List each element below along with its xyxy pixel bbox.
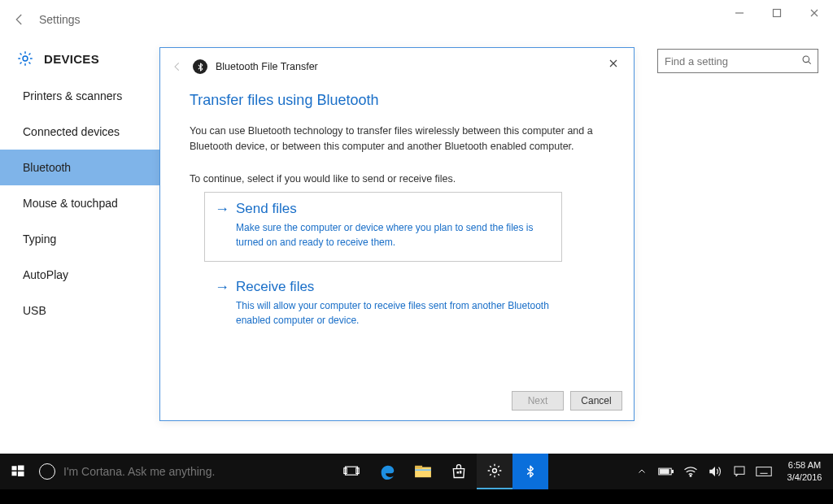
svg-rect-16 [460,471,462,473]
sidebar-item-label: AutoPlay [23,268,68,281]
dialog-continue-text: To continue, select if you would like to… [190,172,604,187]
maximize-button[interactable] [758,0,796,26]
edge-button[interactable] [369,454,405,489]
sidebar-item-label: Bluetooth [23,161,71,174]
bluetooth-file-transfer-dialog: Bluetooth File Transfer Transfer files u… [159,47,635,421]
keyboard-icon[interactable] [752,454,776,489]
dialog-back-button[interactable] [170,59,185,74]
arrow-right-icon: → [215,280,229,294]
start-button[interactable] [0,454,36,489]
cortana-input[interactable] [63,465,291,478]
svg-rect-12 [415,467,431,478]
taskbar: 6:58 AM 3/4/2016 [0,454,833,489]
battery-icon[interactable] [654,454,678,489]
clock-date: 3/4/2016 [781,471,828,484]
back-button[interactable] [8,8,31,31]
dialog-close-button[interactable] [601,53,626,74]
sidebar-item-bluetooth[interactable]: Bluetooth [0,150,161,185]
option-receive-files[interactable]: → Receive files This will allow your com… [204,270,562,340]
option-desc: This will allow your computer to receive… [236,298,552,328]
sidebar-item-label: Typing [23,232,56,245]
svg-rect-1 [774,10,781,17]
sidebar-item-label: Printers & scanners [23,89,122,102]
option-title: Send files [236,201,297,217]
svg-rect-15 [457,471,460,474]
svg-rect-23 [757,467,771,476]
file-explorer-button[interactable] [405,454,441,489]
svg-rect-7 [12,471,17,476]
minimize-button[interactable] [721,0,758,26]
cortana-icon [39,463,55,480]
svg-point-21 [690,475,691,476]
svg-rect-19 [672,470,674,472]
svg-point-3 [803,56,809,63]
sidebar-item-label: Mouse & touchpad [23,197,118,210]
settings-taskbar-button[interactable] [477,454,512,489]
arrow-right-icon: → [215,202,229,216]
svg-rect-6 [18,466,24,471]
cortana-search[interactable] [36,463,329,480]
system-tray: 6:58 AM 3/4/2016 [630,454,833,489]
sidebar-item-label: USB [23,304,46,317]
next-button[interactable]: Next [512,391,564,411]
clock-time: 6:58 AM [781,459,828,471]
sidebar-item-autoplay[interactable]: AutoPlay [0,257,161,293]
sidebar-item-printers[interactable]: Printers & scanners [0,78,161,114]
dialog-title: Bluetooth File Transfer [216,61,318,72]
svg-rect-14 [415,469,431,471]
clock[interactable]: 6:58 AM 3/4/2016 [776,459,833,484]
task-view-button[interactable] [334,454,369,489]
sidebar: Printers & scanners Connected devices Bl… [0,78,161,328]
app-title: Settings [39,13,81,26]
sidebar-item-label: Connected devices [23,125,120,138]
svg-rect-8 [18,471,24,476]
option-title: Receive files [236,279,314,295]
option-desc: Make sure the computer or device where y… [236,220,552,250]
search-input[interactable] [665,55,801,67]
svg-point-2 [23,56,28,61]
bluetooth-icon [193,59,207,74]
sidebar-item-mouse-touchpad[interactable]: Mouse & touchpad [0,185,161,221]
page-title: DEVICES [44,52,99,66]
close-window-button[interactable] [796,0,833,26]
store-button[interactable] [441,454,477,489]
sidebar-item-typing[interactable]: Typing [0,221,161,257]
sidebar-item-connected-devices[interactable]: Connected devices [0,114,161,150]
bluetooth-taskbar-button[interactable] [512,454,548,489]
sidebar-item-usb[interactable]: USB [0,293,161,328]
svg-rect-13 [415,466,422,469]
bottom-fill [0,489,833,504]
action-center-icon[interactable] [727,454,752,489]
option-send-files[interactable]: → Send files Make sure the computer or d… [204,192,562,262]
cancel-button[interactable]: Cancel [570,391,622,411]
wifi-icon[interactable] [678,454,703,489]
gear-icon [15,48,36,69]
tray-chevron-up-icon[interactable] [630,454,654,489]
svg-rect-20 [660,470,669,474]
svg-point-17 [493,469,497,473]
dialog-intro-text: You can use Bluetooth technology to tran… [190,124,604,155]
svg-rect-22 [735,467,744,474]
dialog-heading: Transfer files using Bluetooth [190,92,604,109]
svg-rect-5 [12,466,17,470]
volume-icon[interactable] [703,454,727,489]
svg-line-4 [809,61,811,63]
search-field[interactable] [657,49,818,73]
search-icon [801,54,813,68]
titlebar: Settings [0,0,833,39]
